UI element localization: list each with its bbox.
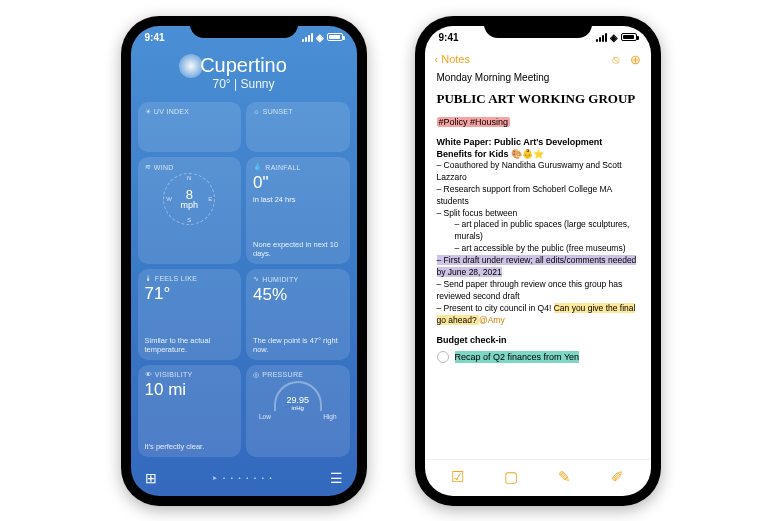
- checkbox-icon[interactable]: [437, 351, 449, 363]
- wind-icon: ≋: [145, 163, 151, 171]
- note-heading: PUBLIC ART WORKING GROUP: [437, 90, 639, 108]
- sunset-card[interactable]: ☼SUNSET: [246, 102, 350, 153]
- sun-icon: ☀: [145, 108, 151, 116]
- status-icons: ◈: [302, 32, 343, 43]
- compose-icon[interactable]: ✐: [611, 468, 624, 486]
- signal-icon: [596, 33, 607, 42]
- city-name: Cupertino: [131, 54, 357, 77]
- camera-icon[interactable]: ▢: [504, 468, 518, 486]
- visibility-card[interactable]: 👁VISIBILITY 10 mi It's perfectly clear.: [138, 365, 242, 457]
- note-context: Monday Morning Meeting: [437, 71, 639, 85]
- list-icon[interactable]: ☰: [330, 470, 343, 486]
- list-item: – Coauthored by Nanditha Guruswamy and S…: [437, 160, 639, 184]
- checklist-icon[interactable]: ☑: [451, 468, 464, 486]
- list-item: – Split focus between: [437, 208, 639, 220]
- temp-condition: 70° | Sunny: [131, 77, 357, 91]
- feels-like-card[interactable]: 🌡FEELS LIKE 71° Similar to the actual te…: [138, 269, 242, 360]
- wind-compass: N S E W 8 mph: [163, 173, 215, 225]
- notch: [190, 16, 298, 38]
- marker-icon[interactable]: ✎: [558, 468, 571, 486]
- list-item: – First draft under review; all edits/co…: [437, 255, 639, 279]
- phone-notes: 9:41 ◈ ‹ Notes ⍉ ⊕ Monday Morning Meetin…: [415, 16, 661, 506]
- status-icons: ◈: [596, 32, 637, 43]
- checklist-item[interactable]: Recap of Q2 finances from Yen: [437, 351, 639, 363]
- wifi-icon: ◈: [316, 32, 324, 43]
- signal-icon: [302, 33, 313, 42]
- share-icon[interactable]: ⍉: [612, 52, 620, 67]
- mention[interactable]: @Amy: [479, 315, 505, 325]
- budget-head: Budget check-in: [437, 334, 639, 346]
- rainfall-value: 0": [253, 173, 343, 193]
- notes-app: 9:41 ◈ ‹ Notes ⍉ ⊕ Monday Morning Meetin…: [425, 26, 651, 496]
- list-item: – art placed in public spaces (large scu…: [437, 219, 639, 243]
- page-dots[interactable]: ➤ • • • • • • •: [212, 474, 273, 481]
- pressure-card[interactable]: ◎PRESSURE 29.95 inHg Low High: [246, 365, 350, 457]
- battery-icon: [621, 33, 637, 41]
- note-body[interactable]: Monday Morning Meeting PUBLIC ART WORKIN…: [425, 71, 651, 459]
- humidity-card[interactable]: ∿HUMIDITY 45% The dew point is 47° right…: [246, 269, 350, 360]
- wifi-icon: ◈: [610, 32, 618, 43]
- humidity-icon: ∿: [253, 275, 259, 283]
- weather-cards: ☀UV INDEX ☼SUNSET ≋WIND N S E W 8 mph: [131, 97, 357, 462]
- notes-toolbar: ☑ ▢ ✎ ✐: [425, 459, 651, 496]
- list-item: – Present to city council in Q4! Can you…: [437, 303, 639, 327]
- checklist-label: Recap of Q2 finances from Yen: [455, 351, 580, 363]
- list-item: – Research support from Schoberl College…: [437, 184, 639, 208]
- white-paper-head: White Paper: Public Art's Development Be…: [437, 136, 639, 160]
- battery-icon: [327, 33, 343, 41]
- sunset-icon: ☼: [253, 108, 260, 115]
- humidity-value: 45%: [253, 285, 343, 305]
- more-icon[interactable]: ⊕: [630, 52, 641, 67]
- eye-icon: 👁: [145, 371, 152, 378]
- pressure-gauge: 29.95 inHg: [274, 381, 322, 411]
- list-item: – art accessible by the public (free mus…: [437, 243, 639, 255]
- thermometer-icon: 🌡: [145, 275, 152, 282]
- pressure-value: 29.95: [286, 396, 309, 405]
- visibility-value: 10 mi: [145, 380, 235, 400]
- phone-weather: 9:41 ◈ Cupertino 70° | Sunny ☀UV INDEX ☼…: [121, 16, 367, 506]
- weather-app: 9:41 ◈ Cupertino 70° | Sunny ☀UV INDEX ☼…: [131, 26, 357, 496]
- uv-index-card[interactable]: ☀UV INDEX: [138, 102, 242, 153]
- tags[interactable]: #Policy #Housing: [437, 117, 511, 127]
- notch: [484, 16, 592, 38]
- gauge-icon: ◎: [253, 371, 259, 379]
- status-time: 9:41: [439, 32, 459, 43]
- droplet-icon: 💧: [253, 163, 262, 171]
- rainfall-card[interactable]: 💧RAINFALL 0" in last 24 hrs None expecte…: [246, 157, 350, 264]
- back-button[interactable]: ‹ Notes: [435, 53, 470, 65]
- list-item: – Send paper through review once this gr…: [437, 279, 639, 303]
- feels-like-value: 71°: [145, 284, 235, 304]
- status-time: 9:41: [145, 32, 165, 43]
- map-icon[interactable]: ⊞: [145, 470, 157, 486]
- weather-tabbar: ⊞ ➤ • • • • • • • ☰: [131, 462, 357, 496]
- wind-unit: mph: [180, 201, 198, 210]
- wind-card[interactable]: ≋WIND N S E W 8 mph: [138, 157, 242, 264]
